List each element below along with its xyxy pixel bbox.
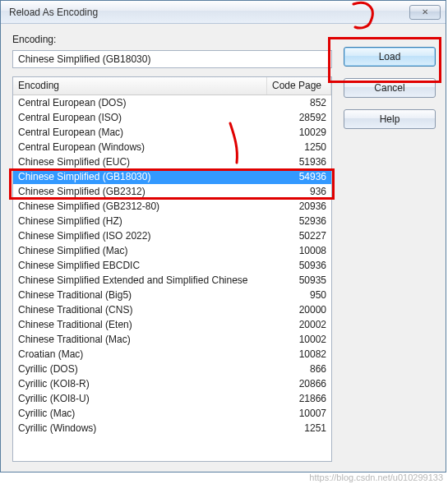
cell-encoding: Chinese Simplified (GB18030): [13, 169, 280, 184]
cell-encoding: Chinese Simplified EBCDIC: [13, 258, 280, 273]
cell-codepage: 21866: [280, 391, 331, 406]
table-row[interactable]: Central European (Windows)1250: [13, 140, 331, 154]
titlebar: Reload As Encoding ✕: [1, 1, 446, 24]
table-row[interactable]: Central European (Mac)10029: [13, 125, 331, 140]
table-row[interactable]: Chinese Simplified Extended and Simplifi…: [13, 273, 331, 288]
encoding-table: Encoding Code Page Central European (DOS…: [12, 76, 332, 462]
table-body[interactable]: Central European (DOS)852Central Europea…: [13, 95, 331, 461]
cell-encoding: Central European (Windows): [13, 140, 280, 154]
cell-codepage: 10029: [280, 125, 331, 140]
table-row[interactable]: Cyrillic (KOI8-U)21866: [13, 391, 331, 406]
cell-codepage: 1250: [280, 140, 331, 154]
table-row[interactable]: Cyrillic (Mac)10007: [13, 406, 331, 421]
cell-codepage: 10082: [280, 347, 331, 362]
left-column: Encoding: Encoding Code Page Central Eur…: [12, 32, 332, 462]
table-row[interactable]: Chinese Simplified EBCDIC50936: [13, 258, 331, 273]
cell-encoding: Chinese Simplified (GB2312-80): [13, 199, 280, 214]
cell-encoding: Cyrillic (KOI8-R): [13, 376, 280, 391]
cell-encoding: Chinese Simplified (HZ): [13, 214, 280, 228]
cell-codepage: 1251: [280, 421, 331, 436]
cancel-button[interactable]: Cancel: [344, 78, 436, 98]
dialog-body: Encoding: Encoding Code Page Central Eur…: [1, 24, 446, 472]
cell-encoding: Central European (DOS): [13, 95, 280, 110]
cell-codepage: 20936: [280, 199, 331, 214]
table-row[interactable]: Chinese Traditional (Mac)10002: [13, 332, 331, 347]
help-button[interactable]: Help: [344, 109, 436, 129]
cell-codepage: 10008: [280, 243, 331, 258]
cell-encoding: Chinese Traditional (Eten): [13, 317, 280, 332]
table-row[interactable]: Croatian (Mac)10082: [13, 347, 331, 362]
cell-codepage: 936: [280, 184, 331, 199]
cell-codepage: 50935: [280, 273, 331, 288]
close-icon: ✕: [422, 7, 428, 16]
cell-codepage: 50936: [280, 258, 331, 273]
cell-encoding: Central European (ISO): [13, 110, 280, 125]
cell-codepage: 28592: [280, 110, 331, 125]
cell-encoding: Chinese Traditional (CNS): [13, 302, 280, 317]
table-row[interactable]: Chinese Simplified (GB18030)54936: [13, 169, 331, 184]
cell-encoding: Chinese Traditional (Big5): [13, 288, 280, 302]
table-row[interactable]: Chinese Traditional (Eten)20002: [13, 317, 331, 332]
cell-encoding: Cyrillic (Mac): [13, 406, 280, 421]
cell-encoding: Chinese Simplified (ISO 2022): [13, 228, 280, 243]
table-row[interactable]: Chinese Simplified (EUC)51936: [13, 154, 331, 169]
cell-codepage: 20000: [280, 302, 331, 317]
table-row[interactable]: Chinese Simplified (Mac)10008: [13, 243, 331, 258]
table-row[interactable]: Chinese Simplified (GB2312-80)20936: [13, 199, 331, 214]
table-row[interactable]: Chinese Simplified (HZ)52936: [13, 214, 331, 228]
column-header-codepage[interactable]: Code Page: [267, 77, 331, 94]
table-row[interactable]: Chinese Traditional (CNS)20000: [13, 302, 331, 317]
right-column: Load Cancel Help: [344, 32, 436, 462]
cell-encoding: Central European (Mac): [13, 125, 280, 140]
cell-encoding: Chinese Simplified (EUC): [13, 154, 280, 169]
cell-codepage: 950: [280, 288, 331, 302]
table-row[interactable]: Chinese Traditional (Big5)950: [13, 288, 331, 302]
cell-encoding: Chinese Simplified (Mac): [13, 243, 280, 258]
column-header-encoding[interactable]: Encoding: [13, 77, 267, 94]
watermark: https://blog.csdn.net/u010299133: [309, 472, 443, 482]
encoding-input[interactable]: [12, 50, 332, 68]
cell-codepage: 52936: [280, 214, 331, 228]
cell-codepage: 10002: [280, 332, 331, 347]
cell-codepage: 852: [280, 95, 331, 110]
cell-codepage: 10007: [280, 406, 331, 421]
window-title: Reload As Encoding: [9, 7, 98, 18]
load-button[interactable]: Load: [344, 47, 436, 67]
close-button[interactable]: ✕: [409, 5, 441, 20]
cell-encoding: Cyrillic (Windows): [13, 421, 280, 436]
table-row[interactable]: Chinese Simplified (GB2312)936: [13, 184, 331, 199]
encoding-label: Encoding:: [12, 34, 332, 45]
table-row[interactable]: Chinese Simplified (ISO 2022)50227: [13, 228, 331, 243]
cell-encoding: Croatian (Mac): [13, 347, 280, 362]
table-row[interactable]: Cyrillic (DOS)866: [13, 362, 331, 376]
table-row[interactable]: Central European (DOS)852: [13, 95, 331, 110]
table-row[interactable]: Central European (ISO)28592: [13, 110, 331, 125]
cell-encoding: Cyrillic (DOS): [13, 362, 280, 376]
cell-encoding: Chinese Simplified (GB2312): [13, 184, 280, 199]
cell-codepage: 866: [280, 362, 331, 376]
table-row[interactable]: Cyrillic (KOI8-R)20866: [13, 376, 331, 391]
cell-codepage: 54936: [280, 169, 331, 184]
cell-codepage: 50227: [280, 228, 331, 243]
dialog-window: Reload As Encoding ✕ Encoding: Encoding …: [0, 0, 446, 472]
cell-codepage: 51936: [280, 154, 331, 169]
cell-encoding: Chinese Simplified Extended and Simplifi…: [13, 273, 280, 288]
cell-encoding: Chinese Traditional (Mac): [13, 332, 280, 347]
table-row[interactable]: Cyrillic (Windows)1251: [13, 421, 331, 436]
cell-codepage: 20866: [280, 376, 331, 391]
table-header: Encoding Code Page: [13, 77, 331, 95]
cell-codepage: 20002: [280, 317, 331, 332]
cell-encoding: Cyrillic (KOI8-U): [13, 391, 280, 406]
